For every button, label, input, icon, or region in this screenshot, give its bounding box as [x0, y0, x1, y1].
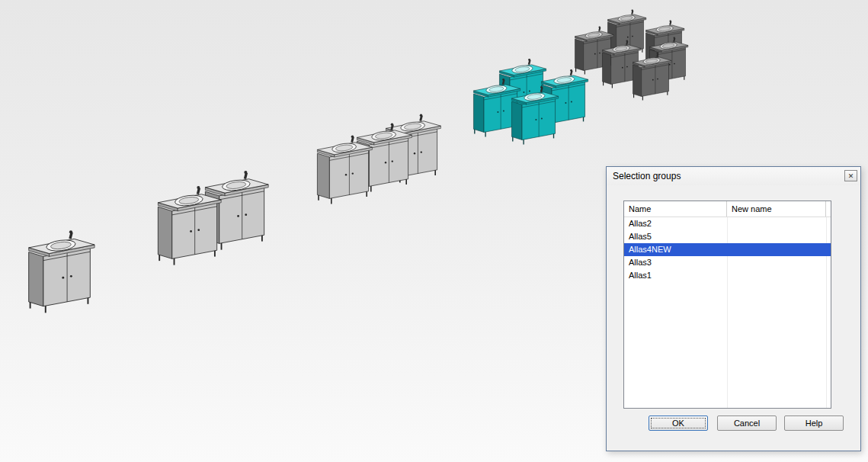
row-name: Allas2 [624, 217, 727, 230]
row-name: Allas4NEW [624, 243, 727, 256]
cabinet-gray[interactable] [317, 135, 372, 204]
dialog-title: Selection groups [613, 171, 681, 181]
list-row[interactable]: Allas2 [624, 217, 831, 230]
row-new-name [727, 243, 831, 256]
list-row[interactable]: Allas3 [624, 256, 831, 269]
close-icon: ✕ [848, 172, 854, 180]
row-name: Allas3 [624, 256, 727, 269]
dialog-titlebar[interactable]: Selection groups ✕ [607, 167, 860, 185]
cabinet-gray[interactable] [29, 230, 94, 313]
selection-groups-list[interactable]: Name New name Allas2Allas5Allas4NEWAllas… [623, 201, 831, 409]
ok-button[interactable]: OK [649, 415, 708, 431]
row-name: Allas5 [624, 230, 727, 243]
help-button[interactable]: Help [784, 415, 844, 431]
list-row[interactable]: Allas5 [624, 230, 831, 243]
cabinet-gray[interactable] [158, 186, 221, 265]
selection-groups-dialog: Selection groups ✕ Name New name Allas2A… [606, 166, 861, 451]
list-header: Name New name [624, 201, 831, 217]
close-button[interactable]: ✕ [844, 170, 857, 181]
row-new-name [727, 256, 831, 269]
row-new-name [727, 230, 831, 243]
row-new-name [727, 217, 831, 230]
list-rows: Allas2Allas5Allas4NEWAllas3Allas1 [624, 217, 831, 282]
row-new-name [727, 269, 831, 282]
list-row[interactable]: Allas4NEW [624, 243, 831, 256]
cabinet-dark[interactable] [633, 52, 671, 100]
column-header-name[interactable]: Name [624, 201, 727, 217]
cancel-button[interactable]: Cancel [717, 415, 777, 431]
cad-viewport[interactable]: Selection groups ✕ Name New name Allas2A… [0, 0, 868, 462]
list-row[interactable]: Allas1 [624, 269, 831, 282]
column-header-new-name[interactable]: New name [727, 201, 826, 217]
row-name: Allas1 [624, 269, 727, 282]
